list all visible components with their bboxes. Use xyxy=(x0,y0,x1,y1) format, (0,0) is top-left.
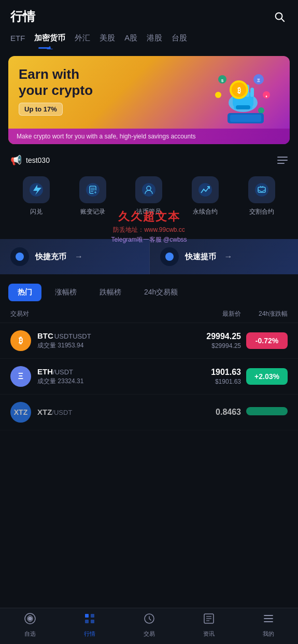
svg-point-32 xyxy=(142,183,155,197)
btc-symbol: BTCUSDTUSDT xyxy=(37,331,189,340)
withdraw-icon xyxy=(160,247,179,266)
filter-gainers[interactable]: 涨幅榜 xyxy=(46,284,86,301)
xtz-logo: XTZ xyxy=(10,402,31,423)
nav-profile[interactable]: 我的 xyxy=(253,612,284,638)
btc-volume: 成交量 31953.94 xyxy=(37,341,189,350)
ledger-icon xyxy=(79,176,106,203)
fiat-icon xyxy=(135,176,162,203)
deposit-withdraw-section: 快捷充币 → 快速提币 → xyxy=(0,239,298,274)
menu-line-3 xyxy=(277,163,285,164)
eth-price-col: 1901.63 $1901.63 xyxy=(189,368,241,385)
xtz-change xyxy=(241,407,288,417)
tab-hk-stocks[interactable]: 港股 xyxy=(147,33,162,47)
watermark-sub: 防丢地址：www.99cwb.cc xyxy=(0,226,298,234)
eth-change-badge: +2.03% xyxy=(246,368,288,385)
nav-info[interactable]: 资讯 xyxy=(193,612,224,638)
th-change: 24h涨跌幅 xyxy=(241,310,288,318)
action-ledger[interactable]: 账变记录 xyxy=(79,176,106,216)
tab-crypto[interactable]: 加密货币 xyxy=(34,33,65,47)
promo-banner[interactable]: Earn withyour crypto Up to 17% ₿ Ξ $ xyxy=(8,56,290,144)
delivery-icon xyxy=(248,176,275,203)
action-ledger-label: 账变记录 xyxy=(80,207,105,216)
coin-row-xtz[interactable]: XTZ XTZ/USDT 0.8463 xyxy=(0,395,298,430)
withdraw-arrow: → xyxy=(224,252,233,261)
filter-losers[interactable]: 跌幅榜 xyxy=(90,284,131,301)
svg-rect-41 xyxy=(91,620,94,623)
banner-subtitle: Make crypto wort for you with a safe, hi… xyxy=(8,129,290,144)
tab-a-stocks[interactable]: A股 xyxy=(124,33,137,47)
action-perpetual-label: 永续合约 xyxy=(193,207,218,216)
tab-etf[interactable]: ETF xyxy=(10,34,25,47)
deposit-button[interactable]: 快捷充币 → xyxy=(0,239,149,274)
filter-volume[interactable]: 24h交易额 xyxy=(135,284,187,301)
coin-row-eth[interactable]: Ξ ETH/USDT 成交量 23324.31 1901.63 $1901.63… xyxy=(0,359,298,395)
perpetual-icon xyxy=(192,176,219,203)
bottom-nav: 自选 行情 交易 资讯 我的 xyxy=(0,608,298,644)
eth-volume: 成交量 23324.31 xyxy=(37,377,189,386)
nav-trade[interactable]: 交易 xyxy=(134,612,165,638)
withdraw-button[interactable]: 快速提币 → xyxy=(149,239,299,274)
btc-price-col: 29994.25 $29994.25 xyxy=(189,332,241,349)
btc-change-badge: -0.72% xyxy=(246,332,288,349)
menu-line-1 xyxy=(277,157,288,158)
menu-line-2 xyxy=(277,160,288,161)
nav-info-label: 资讯 xyxy=(203,630,215,638)
xtz-price: 0.8463 xyxy=(189,408,241,417)
info-nav-icon xyxy=(203,612,215,628)
tab-tw-stocks[interactable]: 台股 xyxy=(172,33,187,47)
filter-hot[interactable]: 热门 xyxy=(8,284,41,301)
market-section: 热门 涨幅榜 跌幅榜 24h交易额 交易对 最新价 24h涨跌幅 ₿ BTCUS… xyxy=(0,279,298,436)
deposit-icon xyxy=(10,247,29,266)
svg-rect-31 xyxy=(95,191,95,193)
eth-info: ETH/USDT 成交量 23324.31 xyxy=(37,367,189,386)
action-fiat[interactable]: 法币管员 xyxy=(135,176,162,216)
action-perpetual[interactable]: 永续合约 xyxy=(192,176,219,216)
xtz-price-col: 0.8463 xyxy=(189,408,241,417)
flash-icon xyxy=(23,176,50,203)
eth-change: +2.03% xyxy=(241,368,288,385)
withdraw-label: 快速提币 xyxy=(185,252,216,262)
svg-point-35 xyxy=(255,183,268,197)
action-delivery-label: 交割合约 xyxy=(249,207,274,216)
announcement-bar: 📢 test030 xyxy=(0,149,298,171)
trade-nav-icon xyxy=(143,612,155,628)
svg-rect-38 xyxy=(85,614,89,618)
coin-row-btc[interactable]: ₿ BTCUSDTUSDT 成交量 31953.94 29994.25 $299… xyxy=(0,323,298,359)
menu-lines-icon[interactable] xyxy=(277,157,288,164)
action-fiat-label: 法币管员 xyxy=(136,207,161,216)
xtz-change-badge xyxy=(246,407,288,415)
nav-tabs: ETF 加密货币 外汇 美股 A股 港股 台股 xyxy=(0,30,298,47)
header: 行情 xyxy=(0,0,298,30)
btc-logo: ₿ xyxy=(10,330,31,351)
deposit-label: 快捷充币 xyxy=(35,252,66,262)
search-button[interactable] xyxy=(271,8,288,25)
action-flash[interactable]: 闪兑 xyxy=(23,176,50,216)
btc-price-usd: $29994.25 xyxy=(189,342,241,349)
table-header: 交易对 最新价 24h涨跌幅 xyxy=(0,305,298,323)
tab-us-stocks[interactable]: 美股 xyxy=(100,33,115,47)
banner-badge: Up to 17% xyxy=(19,103,63,116)
watchlist-icon xyxy=(24,612,36,628)
action-delivery[interactable]: 交割合约 xyxy=(248,176,275,216)
nav-watchlist[interactable]: 自选 xyxy=(15,612,46,638)
quick-actions: 闪兑 账变记录 法币管员 永续合约 交割合约 xyxy=(0,171,298,225)
market-nav-icon xyxy=(83,612,96,628)
tab-forex[interactable]: 外汇 xyxy=(75,33,90,47)
svg-line-1 xyxy=(281,19,284,21)
eth-logo: Ξ xyxy=(10,366,31,387)
xtz-symbol: XTZ/USDT xyxy=(37,408,189,416)
nav-trade-label: 交易 xyxy=(144,630,155,638)
btc-change: -0.72% xyxy=(241,332,288,349)
svg-rect-40 xyxy=(85,620,89,623)
page-title: 行情 xyxy=(10,8,35,25)
btc-price: 29994.25 xyxy=(189,332,241,341)
btc-info: BTCUSDTUSDT 成交量 31953.94 xyxy=(37,331,189,350)
eth-price-usd: $1901.63 xyxy=(189,378,241,385)
announcement-text: test030 xyxy=(26,156,50,164)
nav-market[interactable]: 行情 xyxy=(74,612,105,638)
xtz-info: XTZ/USDT xyxy=(37,408,189,417)
eth-price: 1901.63 xyxy=(189,368,241,377)
deposit-arrow: → xyxy=(75,252,83,261)
action-flash-label: 闪兑 xyxy=(30,207,42,216)
svg-point-34 xyxy=(198,183,212,197)
